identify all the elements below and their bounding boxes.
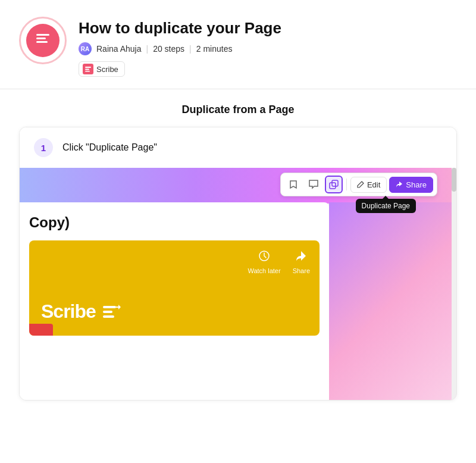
- svg-rect-2: [36, 41, 48, 43]
- duration: 2 minutes: [196, 44, 233, 54]
- author-name: Raina Ahuja: [96, 44, 142, 54]
- header-info: How to duplicate your Page RA Raina Ahuj…: [79, 17, 457, 77]
- svg-rect-10: [103, 311, 112, 313]
- scribe-badge-label: Scribe: [96, 65, 118, 74]
- scrollbar-thumb[interactable]: [452, 168, 456, 192]
- svg-rect-3: [85, 67, 91, 68]
- right-gradient-panel: [329, 202, 456, 400]
- scribe-badge-icon: [83, 64, 93, 74]
- svg-rect-11: [103, 315, 114, 318]
- screenshot-area: Edit Share Duplicate Page Copy): [20, 168, 456, 400]
- share-video-label: Share: [293, 267, 310, 274]
- duplicate-tooltip: Duplicate Page: [356, 199, 416, 213]
- share-icon: [295, 250, 307, 265]
- copy-text: Copy): [20, 202, 329, 240]
- video-thumbnail[interactable]: Watch later Share: [29, 240, 320, 336]
- app-logo-icon: [34, 30, 52, 51]
- watch-later-label: Watch later: [248, 267, 280, 274]
- author-avatar: RA: [79, 42, 92, 55]
- youtube-play-bar: [29, 324, 53, 336]
- app-logo-circle: [19, 17, 67, 64]
- scribe-logo-mark: [103, 302, 121, 324]
- meta-divider-2: |: [189, 44, 192, 54]
- svg-rect-9: [103, 306, 116, 308]
- section-title: Duplicate from a Page: [19, 89, 457, 127]
- video-controls: Watch later Share: [248, 250, 310, 274]
- meta-divider-1: |: [146, 44, 149, 54]
- duplicate-icon[interactable]: [325, 176, 343, 193]
- scribe-video-logo: Scribe: [41, 301, 121, 324]
- bookmark-icon[interactable]: [284, 176, 302, 193]
- svg-rect-4: [85, 69, 89, 70]
- page-title: How to duplicate your Page: [79, 19, 457, 37]
- share-label: Share: [406, 180, 427, 189]
- svg-rect-0: [36, 34, 49, 36]
- scribe-logo-text: Scribe: [41, 301, 96, 322]
- toolbar: Edit Share: [280, 173, 437, 196]
- main-content: Duplicate from a Page 1 Click "Duplicate…: [0, 89, 476, 420]
- step-card: 1 Click "Duplicate Page": [19, 127, 457, 401]
- tooltip-text: Duplicate Page: [362, 202, 410, 210]
- meta-row: RA Raina Ahuja | 20 steps | 2 minutes: [79, 42, 457, 55]
- share-button[interactable]: Share: [389, 177, 433, 193]
- watch-later-control[interactable]: Watch later: [248, 250, 280, 274]
- svg-rect-1: [36, 37, 46, 39]
- scribe-badge[interactable]: Scribe: [79, 61, 125, 77]
- author-initials: RA: [81, 46, 89, 52]
- scrollbar[interactable]: [452, 168, 456, 400]
- edit-label: Edit: [367, 180, 380, 189]
- share-video-control[interactable]: Share: [293, 250, 310, 274]
- svg-rect-5: [85, 71, 90, 72]
- edit-button[interactable]: Edit: [350, 177, 387, 193]
- steps-count: 20 steps: [153, 44, 184, 54]
- comment-icon[interactable]: [305, 176, 322, 193]
- step-header: 1 Click "Duplicate Page": [20, 127, 456, 168]
- step-number: 1: [34, 138, 53, 157]
- app-logo-inner: [26, 24, 60, 57]
- header-section: How to duplicate your Page RA Raina Ahuj…: [0, 0, 476, 89]
- content-panel: Copy) Watch later: [20, 202, 329, 400]
- clock-icon: [258, 250, 270, 265]
- step-instruction: Click "Duplicate Page": [62, 142, 157, 153]
- toolbar-divider: [346, 179, 347, 190]
